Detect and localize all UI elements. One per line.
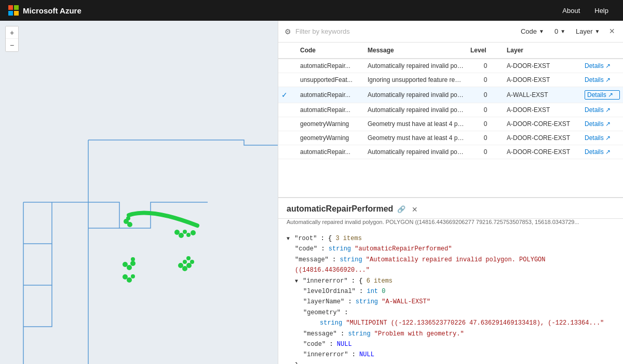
collapse-icon[interactable]: ▼ [287,236,290,242]
table-row[interactable]: geometryWarning Geometry must have at le… [278,131,623,145]
row-check: ✓ [278,88,297,102]
row-details[interactable]: Details ↗ [581,59,623,73]
svg-point-11 [130,261,136,266]
filter-close-button[interactable]: × [607,25,617,38]
row-code: automaticRepair... [297,88,364,102]
table-row[interactable]: geometryWarning Geometry must have at le… [278,117,623,131]
row-layer: A-DOOR-CORE-EXST [504,131,581,145]
svg-point-12 [131,257,135,261]
row-check [278,121,297,127]
table-row[interactable]: automaticRepair... Automatically repaire… [278,59,623,73]
json-close-brace: } [295,360,615,364]
svg-point-20 [127,277,132,283]
table-row[interactable]: automaticRepair... Automatically repaire… [278,103,623,117]
right-panel: ⚙ Filter by keywords Code ▼ 0 ▼ Layer ▼ … [278,21,623,364]
json-innererror-line: ▼ "innererror" : { 6 items [295,276,615,286]
row-message: Automatically repaired invalid polygon. … [364,59,467,73]
json-code2-null: NULL [337,341,352,348]
code-dropdown[interactable]: Code ▼ [518,26,547,36]
svg-rect-0 [0,21,278,364]
row-code: automaticRepair... [297,59,364,73]
json-level-type: int [367,288,382,295]
row-code: geometryWarning [297,117,364,131]
table-row[interactable]: automaticRepair... Automatically repaire… [278,145,623,159]
json-message-type: string [340,256,365,263]
row-level: 0 [467,145,504,159]
svg-point-5 [179,233,184,238]
table-row[interactable]: unsupportedFeat... Ignoring unsupported … [278,73,623,87]
brand-name: Microsoft Azure [23,6,82,15]
zoom-in-button[interactable]: + [6,26,18,39]
row-level: 0 [467,88,504,102]
svg-point-3 [126,216,130,220]
svg-point-14 [182,266,187,271]
detail-link-icon[interactable]: 🔗 [397,205,405,213]
json-message-line: "message" : string "Automatically repair… [295,255,615,276]
details-link[interactable]: Details ↗ [585,120,620,128]
row-message: Ignoring unsupported feature representat… [364,73,467,87]
json-message2-type: string [348,330,374,338]
filter-placeholder: Filter by keywords [295,27,350,35]
row-details[interactable]: Details ↗ [581,117,623,131]
row-layer: A-DOOR-CORE-EXST [504,145,581,159]
svg-point-15 [186,263,192,268]
json-geometry-val: "MULTIPOINT ((-122.1336523770226 47.6362… [346,319,604,327]
details-link[interactable]: Details ↗ [585,62,620,69]
warnings-table: Code Message Level Layer automaticRepair… [278,43,623,198]
details-link[interactable]: Details ↗ [585,76,620,83]
json-layername-val: "A-WALL-EXST" [382,298,430,305]
chevron-down-icon-count: ▼ [560,29,565,34]
table-row-selected[interactable]: ✓ automaticRepair... Automatically repai… [278,87,623,103]
row-message: Geometry must have at least 4 points wit… [364,131,467,145]
svg-point-10 [127,265,132,270]
svg-point-2 [127,222,132,227]
row-details[interactable]: Details ↗ [581,131,623,145]
row-details[interactable]: Details ↗ [581,87,623,103]
row-code: unsupportedFeat... [297,73,364,87]
json-message2-val: "Problem with geometry." [374,330,464,338]
layer-dropdown[interactable]: Layer ▼ [573,26,603,36]
details-link[interactable]: Details ↗ [585,148,620,156]
row-level: 0 [467,117,504,131]
row-check [278,149,297,155]
json-layername-key: "layerName" [303,298,344,305]
code-count-dropdown[interactable]: 0 ▼ [551,26,568,36]
details-link-selected[interactable]: Details ↗ [585,90,620,100]
detail-close-button[interactable]: × [410,204,419,215]
json-innererror2-line: "innererror" : NULL [303,349,615,360]
json-layername-type: string [356,298,382,305]
about-button[interactable]: About [556,5,586,17]
details-link[interactable]: Details ↗ [585,106,620,114]
details-link[interactable]: Details ↗ [585,134,620,142]
zoom-out-button[interactable]: − [6,39,18,51]
help-button[interactable]: Help [588,5,615,17]
top-nav: Microsoft Azure About Help [0,0,623,21]
table-header: Code Message Level Layer [278,43,623,59]
json-level-key: "levelOrdinal" [303,288,356,295]
svg-point-16 [183,260,187,264]
row-details[interactable]: Details ↗ [581,73,623,87]
json-innererror-count: 6 items [367,277,392,285]
json-message-key: "message" [295,256,329,263]
json-root-count: 3 items [335,235,361,242]
filter-input-area[interactable]: Filter by keywords [295,27,513,35]
row-details[interactable]: Details ↗ [581,145,623,159]
json-root-key: "root" [294,235,317,242]
svg-point-7 [186,233,191,237]
row-message: Automatically repaired invalid polygon. … [364,145,467,159]
azure-logo: Microsoft Azure [8,5,82,16]
collapse-innererror-icon[interactable]: ▼ [295,278,298,284]
json-code2-line: "code" : NULL [303,339,615,349]
row-details[interactable]: Details ↗ [581,103,623,117]
svg-point-8 [191,230,196,235]
row-check [278,107,297,113]
row-level: 0 [467,131,504,145]
json-innererror2-key: "innererror" [303,351,348,358]
json-innererror2-null: NULL [359,351,374,358]
json-level-val: 0 [382,288,385,295]
nav-right: About Help [556,5,615,17]
row-level: 0 [467,103,504,117]
row-layer: A-DOOR-CORE-EXST [504,117,581,131]
detail-header: automaticRepairPerformed 🔗 × [278,198,623,219]
filter-icon: ⚙ [285,27,291,36]
